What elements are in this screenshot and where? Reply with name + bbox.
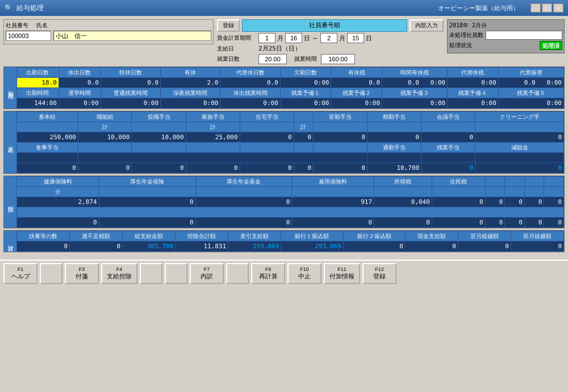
register-button[interactable]: 登録 bbox=[217, 19, 240, 32]
payment-section: 支給 基本給 職能給 役職手当 家族手当 住宅手当 皆勤手当 精勤手当 bbox=[3, 111, 565, 174]
calc-header-1: 過不足税額 bbox=[70, 231, 123, 241]
pay-cell-4: 0 bbox=[240, 132, 294, 143]
minimize-button[interactable]: － bbox=[531, 3, 541, 12]
pay-header-4: 住宅手当 bbox=[240, 112, 294, 122]
f4-button[interactable]: F4 支給控除 bbox=[101, 263, 137, 284]
ded-cell-2: 0 bbox=[195, 197, 292, 207]
maximize-button[interactable]: □ bbox=[542, 3, 552, 12]
pay-header-1: 職能給 bbox=[78, 112, 132, 122]
att-header2-3: 深夜残業時間 bbox=[161, 88, 220, 98]
att-cell2-0: 144:00 bbox=[17, 98, 59, 109]
ded-subheader-8 bbox=[524, 187, 544, 197]
ded-subheader-5 bbox=[432, 187, 485, 197]
work-days-input[interactable] bbox=[258, 54, 287, 64]
pay-header2-0: 食事手当 bbox=[17, 143, 78, 153]
pay-subheader-3: 計 bbox=[186, 122, 240, 132]
att-header2-6: 残業予備２ bbox=[331, 88, 382, 98]
ded-subheader-7 bbox=[505, 187, 525, 197]
period-day2-input[interactable] bbox=[347, 33, 364, 43]
calc-header-8: 翌月繰越額 bbox=[458, 231, 511, 241]
ded-header-5: 住民税 bbox=[432, 177, 485, 187]
att-header2-4: 休出残業時間 bbox=[220, 88, 280, 98]
attendance-section: 勤怠他 出勤日数 休出日数 特休日数 有休 代替休日数 欠勤日数 有休残 時間有… bbox=[3, 66, 565, 109]
pay-cell3-9: 0 bbox=[475, 163, 564, 173]
att-cell-0: 18.0 bbox=[17, 78, 59, 88]
ded-subheader-4 bbox=[374, 187, 432, 197]
pay-cell2-sub1 bbox=[17, 153, 78, 163]
pay-header-2: 役職手当 bbox=[132, 112, 186, 122]
status-label: 処理状況 bbox=[449, 41, 472, 49]
calc-header-3: 控除合計額 bbox=[176, 231, 228, 241]
internal-input-button[interactable]: 内部入力 bbox=[410, 19, 444, 32]
pay-header2-4 bbox=[240, 143, 294, 153]
ded-cell-9: 0 bbox=[544, 197, 564, 207]
calc-period-label: 賃金計算期間 bbox=[217, 34, 257, 42]
att-cell2-8: 0:00 bbox=[448, 98, 499, 109]
ded-subheader-0: 介 bbox=[17, 187, 99, 197]
period-day1-input[interactable] bbox=[285, 33, 302, 43]
pay-cell-8: 0 bbox=[421, 132, 475, 143]
f8-empty-button[interactable] bbox=[226, 263, 249, 284]
close-button[interactable]: × bbox=[553, 3, 563, 12]
f12-button[interactable]: F12 登録 bbox=[362, 263, 396, 284]
f3-button[interactable]: F3 付箋 bbox=[65, 263, 99, 284]
att-cell-4: 0.0 bbox=[220, 78, 280, 88]
pay-cell3-5: 0 bbox=[294, 163, 313, 173]
pay-header-7: 精勤手当 bbox=[367, 112, 421, 122]
period-month2-input[interactable] bbox=[320, 33, 337, 43]
pay-header-9: クリーニング手 bbox=[475, 112, 564, 122]
pay-cell2-empty bbox=[78, 153, 367, 163]
unprocessed-label: 未処理社員数 bbox=[449, 31, 483, 39]
pay-cell3-7: 10,700 bbox=[367, 163, 421, 173]
unprocessed-value-input[interactable] bbox=[486, 31, 562, 40]
pay-cell-7: 0 bbox=[367, 132, 421, 143]
calc-header-6: 銀行２振込額 bbox=[343, 231, 405, 241]
ded-header-3: 雇用保険料 bbox=[292, 177, 374, 187]
calc-cell-6: 0 bbox=[343, 241, 405, 252]
ded-subheader-3 bbox=[292, 187, 374, 197]
pay-header2-6 bbox=[314, 143, 367, 153]
f6-empty-button[interactable] bbox=[165, 263, 187, 284]
pay-subheader-4 bbox=[240, 122, 294, 132]
f1-help-button[interactable]: F1 ヘルプ bbox=[3, 263, 37, 284]
f9-button[interactable]: F9 再計算 bbox=[251, 263, 285, 284]
att-header2-0: 出勤時間 bbox=[17, 88, 59, 98]
employee-name-input[interactable] bbox=[53, 31, 211, 41]
calc-cell-0: 0 bbox=[17, 241, 70, 252]
att-header-1: 休出日数 bbox=[59, 68, 101, 78]
pay-header2-8: 残業手当 bbox=[421, 143, 475, 153]
att-cell2-2: 0:00 bbox=[101, 98, 160, 109]
ded-subheader-2 bbox=[195, 187, 292, 197]
calc-header-5: 銀行１振込額 bbox=[281, 231, 343, 241]
ded-header-1: 厚生年金保険 bbox=[99, 177, 195, 187]
pay-subheader-1: 計 bbox=[78, 122, 132, 132]
pay-cell2-7 bbox=[367, 153, 421, 163]
pay-cell-1: 10,000 bbox=[78, 132, 132, 143]
calc-cell-8: 0 bbox=[458, 241, 511, 252]
att-cell-6: 0.0 bbox=[331, 78, 382, 88]
ded-cell-7: 0 bbox=[505, 197, 525, 207]
pay-cell-3: 25,000 bbox=[186, 132, 240, 143]
ded-cell2-6: 0 bbox=[485, 218, 505, 228]
att-header-4: 代替休日数 bbox=[220, 68, 280, 78]
att-header-5: 欠勤日数 bbox=[280, 68, 331, 78]
att-header-8: 代替休残 bbox=[448, 68, 499, 78]
pay-cell3-8: 0 bbox=[421, 163, 475, 173]
calc-cell-1: 0 bbox=[70, 241, 123, 252]
f2-empty-button[interactable] bbox=[40, 263, 62, 284]
ded-cell2-4: 0 bbox=[374, 218, 432, 228]
work-hours-input[interactable] bbox=[321, 54, 355, 64]
pay-date-label: 支給日 bbox=[217, 45, 257, 53]
pay-cell2-9 bbox=[475, 153, 564, 163]
employee-id-input[interactable] bbox=[6, 31, 51, 41]
att-header-6: 有休残 bbox=[331, 68, 382, 78]
f11-button[interactable]: F11 付加情報 bbox=[324, 263, 360, 284]
pay-header2-1 bbox=[78, 143, 132, 153]
f5-empty-button[interactable] bbox=[140, 263, 162, 284]
f10-button[interactable]: F10 中止 bbox=[287, 263, 321, 284]
calc-header-9: 前月繰越額 bbox=[511, 231, 563, 241]
period-month1-input[interactable] bbox=[258, 33, 275, 43]
att-header2-7: 残業予備３ bbox=[382, 88, 448, 98]
f7-button[interactable]: F7 内訳 bbox=[190, 263, 224, 284]
ded-cell2-3: 0 bbox=[292, 218, 374, 228]
